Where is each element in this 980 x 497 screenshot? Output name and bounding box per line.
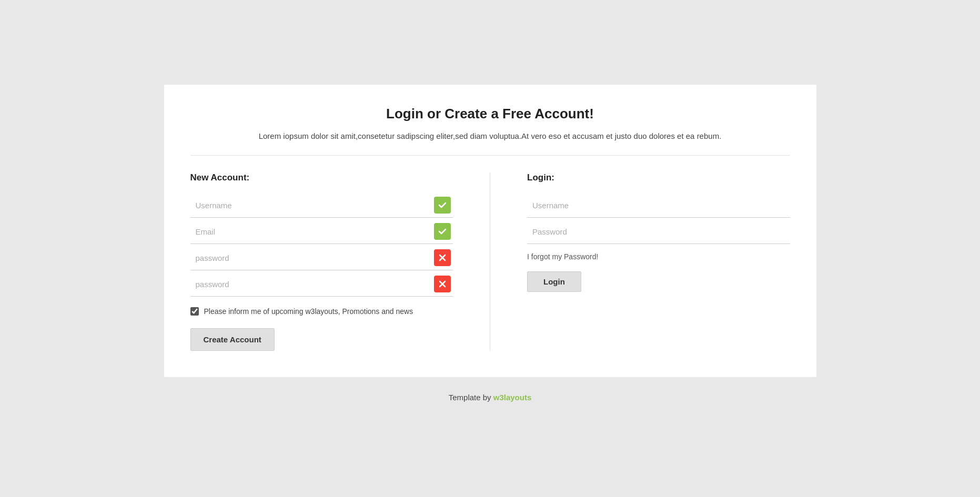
footer-link[interactable]: w3layouts [493,393,532,402]
newsletter-label: Please inform me of upcoming w3layouts, … [204,307,413,316]
cross-icon-2 [438,280,447,288]
footer: Template by w3layouts [449,393,532,402]
new-email-row [190,220,453,244]
newsletter-checkbox-row: Please inform me of upcoming w3layouts, … [190,307,453,316]
new-confirm-password-input[interactable] [190,272,435,296]
username-valid-badge [434,197,451,214]
page-wrapper: Login or Create a Free Account! Lorem io… [0,0,980,497]
footer-text: Template by [449,393,493,402]
login-username-input[interactable] [527,194,790,217]
login-title: Login: [527,173,790,183]
login-section: Login: I forgot my Password! Login [527,173,790,351]
confirm-password-invalid-badge [434,276,451,292]
login-password-input[interactable] [527,220,790,244]
new-account-title: New Account: [190,173,453,183]
card: Login or Create a Free Account! Lorem io… [164,85,816,377]
page-title: Login or Create a Free Account! [190,106,790,122]
login-password-row [527,220,790,244]
new-password-row [190,246,453,270]
check-icon [438,201,447,209]
forgot-password-text: I forgot my Password! [527,252,790,261]
card-header: Login or Create a Free Account! Lorem io… [190,106,790,156]
new-confirm-password-row [190,272,453,297]
email-valid-badge [434,223,451,240]
new-password-input[interactable] [190,246,435,270]
section-divider [490,173,490,351]
login-username-row [527,194,790,218]
new-username-row [190,194,453,218]
page-subtitle: Lorem iopsum dolor sit amit,consetetur s… [190,130,790,143]
login-button[interactable]: Login [527,271,581,292]
new-username-input[interactable] [190,194,435,217]
new-account-section: New Account: [190,173,453,351]
check-icon-2 [438,227,447,236]
create-account-button[interactable]: Create Account [190,328,275,351]
password-invalid-badge [434,249,451,266]
new-email-input[interactable] [190,220,435,244]
cross-icon [438,253,447,262]
card-body: New Account: [190,173,790,351]
newsletter-checkbox[interactable] [190,307,199,316]
